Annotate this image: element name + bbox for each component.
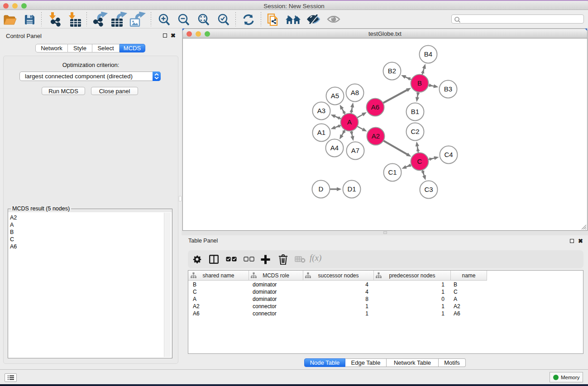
svg-text:C4: C4 <box>444 151 453 158</box>
svg-text:D1: D1 <box>347 185 356 193</box>
svg-text:A1: A1 <box>317 129 325 136</box>
svg-text:B4: B4 <box>424 50 432 58</box>
svg-text:B: B <box>417 79 422 87</box>
svg-text:C3: C3 <box>424 186 433 193</box>
svg-text:A5: A5 <box>331 92 339 100</box>
svg-text:C1: C1 <box>388 168 397 176</box>
svg-text:B3: B3 <box>444 85 452 93</box>
svg-text:C: C <box>417 157 422 165</box>
svg-text:A6: A6 <box>371 103 379 111</box>
svg-text:B2: B2 <box>388 67 396 75</box>
svg-text:A: A <box>347 118 352 126</box>
svg-text:B1: B1 <box>411 108 419 115</box>
svg-text:D: D <box>319 185 324 193</box>
svg-text:A4: A4 <box>330 144 339 152</box>
svg-text:A8: A8 <box>351 89 359 96</box>
svg-text:C2: C2 <box>411 128 419 135</box>
svg-text:A7: A7 <box>351 147 359 154</box>
svg-text:A2: A2 <box>372 132 380 140</box>
svg-text:A3: A3 <box>317 107 325 114</box>
